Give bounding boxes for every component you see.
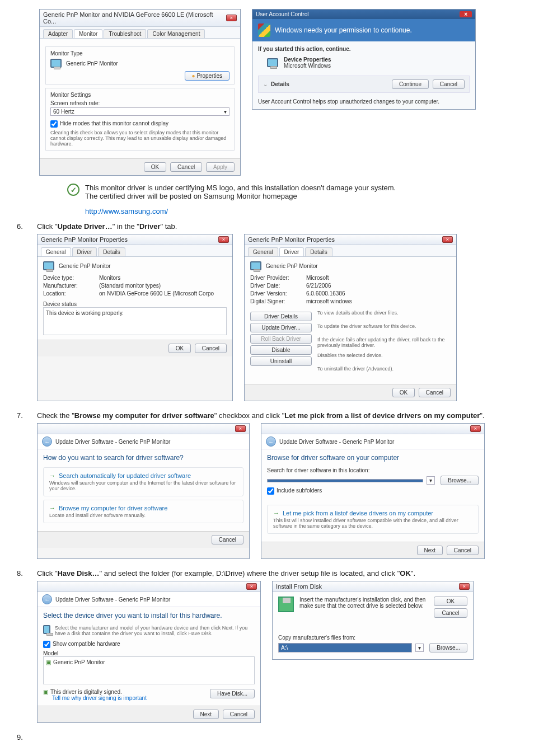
device-icon [267, 58, 278, 67]
cancel-button[interactable]: Cancel [195, 344, 227, 353]
signed-icon: ▣ [46, 659, 51, 665]
update-wizard-search-dialog: × ← Update Driver Software - Generic PnP… [37, 423, 250, 559]
next-button[interactable]: Next [193, 710, 219, 719]
show-compatible-checkbox[interactable] [43, 641, 50, 648]
back-icon[interactable]: ← [266, 436, 276, 447]
tab-details[interactable]: Details [98, 247, 125, 256]
signed-badge-icon: ▣ [43, 689, 48, 695]
cancel-button[interactable]: Cancel [212, 535, 243, 544]
browse-button[interactable]: Browse... [429, 643, 467, 652]
update-wizard-browse-dialog: × ← Update Driver Software - Generic PnP… [261, 423, 485, 559]
select-device-dialog: × ← Update Driver Software - Generic PnP… [37, 581, 261, 723]
step7-text: Check the "Browse my computer for driver… [37, 411, 484, 420]
driver-details-button[interactable]: Driver Details [250, 312, 312, 321]
close-icon[interactable]: × [226, 15, 237, 21]
breadcrumb: Update Driver Software - Generic PnP Mon… [55, 597, 170, 603]
model-list[interactable]: ▣ Generic PnP Monitor [43, 656, 255, 684]
title-text: Generic PnP Monitor and NVIDIA GeForce 6… [43, 11, 226, 25]
monitor-icon [250, 261, 261, 270]
continue-button[interactable]: Continue [392, 79, 429, 89]
install-instr: Insert the manufacturer's installation d… [299, 597, 426, 618]
close-icon[interactable]: × [470, 425, 481, 432]
cancel-button[interactable]: Cancel [434, 608, 467, 618]
tab-color-management[interactable]: Color Management [147, 29, 205, 38]
title-text: Generic PnP Monitor Properties [41, 236, 128, 243]
close-icon[interactable]: × [235, 425, 246, 432]
tab-details[interactable]: Details [305, 247, 332, 256]
samsung-link[interactable]: http://www.samsung.com/ [85, 207, 396, 215]
let-me-pick-option[interactable]: →Let me pick from a listof devise driver… [267, 505, 479, 534]
include-subfolders-checkbox[interactable] [267, 487, 274, 495]
cancel-button[interactable]: Cancel [433, 79, 465, 89]
properties-driver-dialog: Generic PnP Monitor Properties × General… [244, 234, 457, 401]
wizard-heading: Browse for driver software on your compu… [267, 454, 479, 462]
signing-link[interactable]: Tell me why driver signing is important [52, 695, 147, 701]
breadcrumb: Update Driver Software - Generic PnP Mon… [279, 439, 394, 445]
cancel-button[interactable]: Cancel [447, 546, 479, 555]
update-driver-button[interactable]: Update Driver... [250, 323, 312, 332]
tab-general[interactable]: General [248, 247, 278, 256]
disable-button[interactable]: Disable [250, 345, 312, 355]
step6-text: Click "Update Driver…" in the "Driver" t… [37, 222, 177, 231]
tab-monitor[interactable]: Monitor [74, 29, 102, 38]
monitor-icon [43, 261, 54, 270]
wizard-heading: How do you want to search for driver sof… [43, 454, 243, 462]
cancel-button[interactable]: Cancel [170, 162, 202, 172]
ok-button[interactable]: OK [144, 162, 166, 172]
uac-helps-text: User Account Control helps stop unauthor… [258, 98, 470, 105]
uninstall-button[interactable]: Uninstall [250, 356, 312, 366]
rollback-driver-button[interactable]: Roll Back Driver [250, 334, 312, 344]
back-icon[interactable]: ← [42, 436, 52, 447]
device-status-label: Device status [43, 301, 227, 307]
copy-path-input[interactable]: A:\ [278, 643, 412, 652]
chevron-down-icon[interactable]: ▾ [427, 476, 435, 485]
close-icon[interactable]: × [442, 236, 453, 243]
tab-adapter[interactable]: Adapter [43, 29, 73, 38]
browse-computer-option[interactable]: →Browse my computer for driver software … [43, 500, 243, 523]
ok-button[interactable]: OK [168, 344, 191, 353]
close-icon[interactable]: × [218, 236, 229, 243]
chevron-down-icon[interactable]: ⌄ [263, 81, 268, 87]
refresh-rate-dropdown[interactable]: 60 Hertz ▾ [50, 107, 229, 116]
tab-general[interactable]: General [41, 247, 71, 256]
device-name: Generic PnP Monitor [266, 263, 318, 269]
browse-button[interactable]: Browse... [441, 476, 479, 485]
breadcrumb: Update Driver Software - Generic PnP Mon… [55, 439, 170, 445]
back-icon[interactable]: ← [42, 594, 52, 604]
shield-icon [258, 24, 270, 37]
have-disk-button[interactable]: Have Disk... [210, 689, 255, 698]
chevron-down-icon[interactable]: ▾ [415, 644, 424, 652]
tab-troubleshoot[interactable]: Troubleshoot [104, 29, 146, 38]
uac-title: User Account Control × [252, 10, 475, 19]
apply-button[interactable]: Apply [206, 162, 235, 172]
monitor-icon [43, 625, 50, 634]
properties-button[interactable]: ● Properties [185, 71, 229, 81]
dialog-title: Generic PnP Monitor and NVIDIA GeForce 6… [40, 10, 240, 27]
close-icon[interactable]: × [246, 583, 257, 590]
next-button[interactable]: Next [417, 546, 443, 555]
wizard-heading: Select the device driver you want to ins… [43, 612, 255, 619]
details-toggle[interactable]: Details [271, 81, 289, 87]
model-label: Model [43, 650, 255, 656]
step6-number: 6. [17, 222, 30, 401]
close-icon[interactable]: × [459, 583, 470, 590]
tab-driver[interactable]: Driver [72, 247, 97, 256]
title-text: Generic PnP Monitor Properties [248, 236, 335, 243]
cancel-button[interactable]: Cancel [223, 710, 255, 719]
cancel-button[interactable]: Cancel [419, 388, 451, 397]
device-name: Generic PnP Monitor [59, 263, 111, 269]
hide-modes-checkbox[interactable] [50, 120, 58, 128]
properties-general-dialog: Generic PnP Monitor Properties × General… [37, 234, 233, 401]
ok-button[interactable]: OK [434, 597, 467, 606]
ms-windows-label: Microsoft Windows [284, 63, 331, 69]
monitor-type-label: Monitor Type [50, 50, 229, 57]
uac-banner-text: Windows needs your permission to contion… [275, 26, 412, 34]
hide-modes-desc: Clearing this check box allows you to se… [50, 130, 229, 147]
search-auto-option[interactable]: →Search automatically for updated driver… [43, 467, 243, 496]
step8-text: Click "Have Disk…" and select the folder… [37, 569, 415, 577]
tab-driver[interactable]: Driver [279, 247, 305, 256]
ok-button[interactable]: OK [392, 388, 415, 397]
close-icon[interactable]: × [460, 11, 472, 17]
device-properties-label: Device Properties [284, 57, 331, 63]
path-input[interactable] [267, 479, 423, 482]
